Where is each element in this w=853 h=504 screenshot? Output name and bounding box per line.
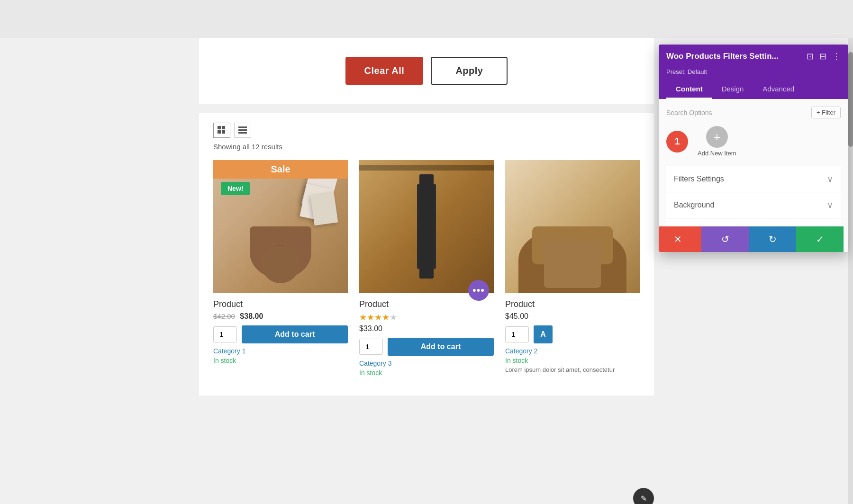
product-stock-3: In stock	[505, 357, 640, 364]
panel-columns-icon[interactable]: ⊟	[819, 51, 826, 62]
cancel-icon: ✕	[674, 234, 682, 245]
product-name-3: Product	[505, 299, 640, 309]
accordion-background: Background ∨	[666, 192, 841, 218]
list-icon	[238, 126, 247, 135]
panel-title-row: Woo Products Filters Settin... ⊡ ⊟ ⋮	[666, 51, 841, 62]
add-to-cart-row-3: A	[505, 325, 640, 343]
cancel-button[interactable]: ✕	[659, 226, 701, 252]
product-price-1: $42.00 $38.00	[213, 312, 348, 321]
chevron-down-icon-filters: ∨	[827, 174, 833, 184]
product-image-2: New!	[359, 160, 494, 293]
product-stock-2: In stock	[359, 369, 494, 377]
product-info-2: Product ★★★★★ $33.00 Add to cart Categor…	[359, 293, 494, 377]
product-image-1: Sale New!	[213, 160, 348, 293]
filter-buttons-area: Clear All Apply	[199, 38, 654, 104]
float-menu-button[interactable]: •••	[468, 280, 489, 301]
svg-rect-0	[218, 126, 221, 129]
items-row: 1 + Add New Item	[666, 126, 841, 157]
product-card: Sale New! Product $42.00 $38.00	[213, 160, 348, 377]
save-icon: ✓	[816, 234, 824, 245]
grid-view-button[interactable]	[213, 123, 230, 138]
svg-rect-5	[238, 129, 247, 131]
list-view-button[interactable]	[234, 123, 251, 138]
accordion-filters-settings: Filters Settings ∨	[666, 166, 841, 192]
add-to-cart-button-1[interactable]: Add to cart	[242, 325, 348, 343]
svg-rect-6	[238, 132, 247, 134]
redo-button[interactable]: ↻	[749, 226, 796, 252]
tab-design[interactable]: Design	[712, 80, 753, 99]
products-grid: Sale New! Product $42.00 $38.00	[213, 160, 640, 377]
view-controls	[213, 123, 640, 138]
products-area: Showing all 12 results Sale New! Product…	[199, 113, 654, 396]
tab-content[interactable]: Content	[666, 80, 712, 99]
product-name-1: Product	[213, 299, 348, 309]
add-to-cart-row-1: Add to cart	[213, 325, 348, 343]
filter-button[interactable]: + Filter	[811, 107, 841, 118]
settings-panel: Woo Products Filters Settin... ⊡ ⊟ ⋮ Pre…	[659, 45, 848, 252]
search-options-row: Search Options + Filter	[666, 107, 841, 118]
product-card-2: New! Product ★★★★★ $33.00 Add to cart	[359, 160, 494, 377]
tab-advanced[interactable]: Advanced	[753, 80, 804, 99]
dark-circle-button[interactable]: ✎	[633, 488, 654, 504]
product-card-3: New! Product $45.00 A Category 2	[505, 160, 640, 377]
panel-header: Woo Products Filters Settin... ⊡ ⊟ ⋮ Pre…	[659, 45, 848, 99]
add-new-item-label: Add New Item	[698, 150, 736, 157]
add-to-cart-button-2[interactable]: Add to cart	[388, 338, 494, 356]
panel-resize-icon[interactable]: ⊡	[807, 51, 814, 62]
product-info-1: Product $42.00 $38.00 Add to cart Catego…	[213, 293, 348, 364]
product-image-3: New!	[505, 160, 640, 293]
svg-rect-1	[222, 126, 225, 129]
float-menu-dots-icon: •••	[472, 284, 485, 297]
panel-preset[interactable]: Preset: Default	[666, 68, 841, 75]
accordion-filters-settings-header[interactable]: Filters Settings ∨	[666, 166, 841, 192]
new-badge-1: New!	[221, 182, 250, 195]
sale-banner: Sale	[213, 160, 348, 179]
product-category-3[interactable]: Category 2	[505, 347, 640, 355]
accordion-filters-settings-title: Filters Settings	[674, 175, 724, 183]
scrollbar-thumb[interactable]	[848, 52, 853, 147]
svg-rect-2	[218, 130, 221, 134]
price-regular-2: $33.00	[359, 324, 382, 333]
showing-results: Showing all 12 results	[213, 143, 640, 151]
svg-rect-4	[238, 126, 247, 128]
qty-input-1[interactable]	[213, 326, 237, 342]
qty-input-2[interactable]	[359, 339, 383, 355]
chevron-down-icon-background: ∨	[827, 200, 833, 210]
price-sale-1: $38.00	[240, 312, 263, 320]
grid-icon	[218, 126, 226, 135]
product-category-2[interactable]: Category 3	[359, 360, 494, 367]
item-badge-1[interactable]: 1	[666, 131, 688, 153]
add-to-cart-row-2: Add to cart	[359, 338, 494, 356]
product-price-3: $45.00	[505, 312, 640, 321]
clear-all-button[interactable]: Clear All	[345, 57, 424, 85]
product-desc-3: Lorem ipsum dolor sit amet, consectetur	[505, 366, 640, 373]
product-price-2: $33.00	[359, 324, 494, 333]
apply-button[interactable]: Apply	[431, 57, 508, 85]
undo-icon: ↺	[721, 234, 729, 245]
pencil-icon: ✎	[641, 494, 647, 503]
accordion-background-title: Background	[674, 201, 714, 209]
scrollbar-track[interactable]	[848, 38, 853, 504]
product-name-2: Product	[359, 299, 494, 309]
save-button[interactable]: ✓	[796, 226, 844, 252]
product-stars-2: ★★★★★	[359, 312, 494, 323]
bottom-toolbar: ✕ ↺ ↻ ✓	[659, 226, 844, 252]
panel-more-icon[interactable]: ⋮	[832, 51, 841, 62]
search-options-label: Search Options	[666, 109, 712, 117]
price-original-1: $42.00	[213, 312, 235, 320]
product-info-3: Product $45.00 A Category 2 In stock Lor…	[505, 293, 640, 373]
qty-input-3[interactable]	[505, 326, 529, 342]
undo-button[interactable]: ↺	[701, 226, 749, 252]
add-new-item-button[interactable]: +	[706, 126, 728, 148]
product-stock-1: In stock	[213, 357, 348, 364]
add-to-cart-button-3[interactable]: A	[534, 325, 553, 343]
svg-rect-3	[222, 130, 225, 134]
panel-tabs: Content Design Advanced	[666, 80, 841, 99]
panel-header-icons: ⊡ ⊟ ⋮	[807, 51, 841, 62]
panel-title: Woo Products Filters Settin...	[666, 52, 779, 61]
add-new-item-wrapper: + Add New Item	[698, 126, 736, 157]
accordion-background-header[interactable]: Background ∨	[666, 192, 841, 218]
price-regular-3: $45.00	[505, 312, 528, 320]
main-content: Clear All Apply Showing all 12	[0, 38, 853, 504]
product-category-1[interactable]: Category 1	[213, 347, 348, 355]
